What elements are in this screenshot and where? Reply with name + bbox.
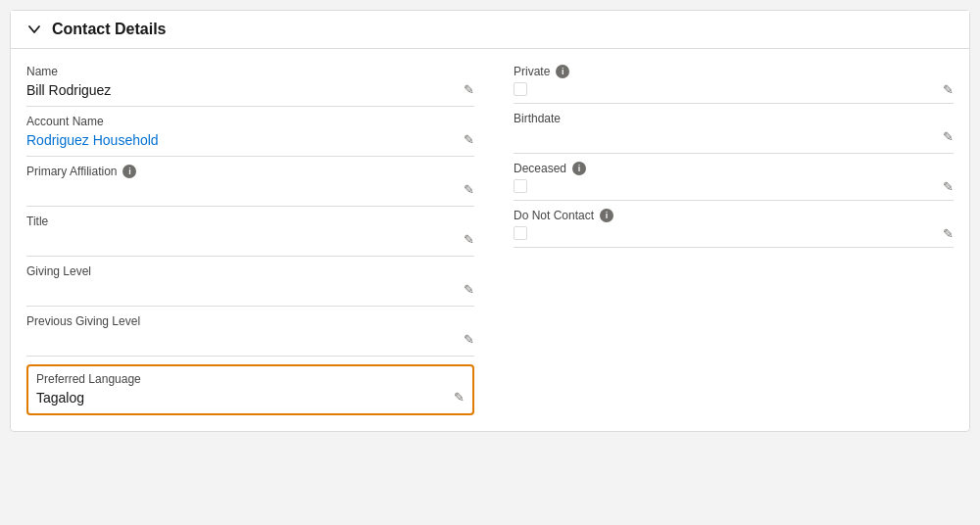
- account-name-field-row: Account Name Rodriguez Household ✎: [26, 115, 474, 157]
- do-not-contact-checkbox-wrapper: [514, 226, 937, 240]
- birthdate-field-row: Birthdate ✎: [514, 112, 954, 154]
- title-field-row: Title ✎: [26, 215, 474, 257]
- giving-level-field-row: Giving Level ✎: [26, 264, 474, 307]
- name-edit-icon[interactable]: ✎: [464, 82, 474, 97]
- chevron-down-icon: [26, 22, 42, 37]
- preferred-language-edit-icon[interactable]: ✎: [454, 390, 465, 405]
- previous-giving-level-label: Previous Giving Level: [26, 314, 458, 328]
- deceased-checkbox[interactable]: [514, 179, 527, 193]
- section-title: Contact Details: [52, 21, 166, 38]
- giving-level-value: [26, 280, 458, 300]
- account-name-field-content: Account Name Rodriguez Household: [26, 115, 458, 150]
- giving-level-edit-icon[interactable]: ✎: [464, 282, 474, 297]
- private-field-content: Private i: [514, 65, 937, 96]
- preferred-language-label: Preferred Language: [36, 372, 448, 386]
- do-not-contact-field-content: Do Not Contact i: [514, 209, 937, 240]
- preferred-language-value: Tagalog: [36, 388, 448, 407]
- preferred-language-field-row: Preferred Language Tagalog ✎: [26, 364, 474, 415]
- deceased-field-content: Deceased i: [514, 162, 937, 193]
- private-label: Private i: [514, 65, 937, 78]
- primary-affiliation-edit-icon[interactable]: ✎: [464, 182, 474, 197]
- left-column: Name Bill Rodriguez ✎ Account Name Rodri…: [26, 57, 490, 415]
- primary-affiliation-field-content: Primary Affiliation i: [26, 165, 458, 200]
- previous-giving-level-field-row: Previous Giving Level ✎: [26, 314, 474, 357]
- deceased-edit-icon[interactable]: ✎: [943, 179, 954, 194]
- title-label: Title: [26, 215, 458, 228]
- primary-affiliation-value: [26, 180, 458, 200]
- name-field-content: Name Bill Rodriguez: [26, 65, 458, 100]
- preferred-language-field-content: Preferred Language Tagalog: [36, 372, 448, 407]
- birthdate-value: [514, 127, 937, 147]
- deceased-info-icon[interactable]: i: [572, 162, 586, 175]
- previous-giving-level-edit-icon[interactable]: ✎: [464, 332, 474, 347]
- do-not-contact-label: Do Not Contact i: [514, 209, 937, 222]
- primary-affiliation-field-row: Primary Affiliation i ✎: [26, 165, 474, 207]
- name-value: Bill Rodriguez: [26, 80, 458, 100]
- name-label: Name: [26, 65, 458, 78]
- deceased-label: Deceased i: [514, 162, 937, 175]
- title-field-content: Title: [26, 215, 458, 250]
- title-edit-icon[interactable]: ✎: [464, 232, 474, 247]
- right-column: Private i ✎ Birthdate ✎: [490, 57, 954, 415]
- birthdate-edit-icon[interactable]: ✎: [943, 129, 954, 144]
- private-checkbox-wrapper: [514, 82, 937, 96]
- private-field-row: Private i ✎: [514, 65, 954, 104]
- giving-level-field-content: Giving Level: [26, 264, 458, 300]
- card-header: Contact Details: [11, 11, 969, 49]
- deceased-field-row: Deceased i ✎: [514, 162, 954, 201]
- private-checkbox[interactable]: [514, 82, 527, 96]
- contact-details-card: Contact Details Name Bill Rodriguez ✎ Ac…: [10, 10, 970, 432]
- giving-level-label: Giving Level: [26, 264, 458, 278]
- primary-affiliation-label: Primary Affiliation i: [26, 165, 458, 178]
- private-edit-icon[interactable]: ✎: [943, 82, 954, 97]
- do-not-contact-info-icon[interactable]: i: [600, 209, 613, 222]
- do-not-contact-checkbox[interactable]: [514, 226, 527, 240]
- name-field-row: Name Bill Rodriguez ✎: [26, 65, 474, 107]
- previous-giving-level-value: [26, 330, 458, 350]
- private-info-icon[interactable]: i: [556, 65, 569, 78]
- title-value: [26, 230, 458, 250]
- do-not-contact-edit-icon[interactable]: ✎: [943, 226, 954, 241]
- account-name-label: Account Name: [26, 115, 458, 128]
- birthdate-field-content: Birthdate: [514, 112, 937, 147]
- deceased-checkbox-wrapper: [514, 179, 937, 193]
- do-not-contact-field-row: Do Not Contact i ✎: [514, 209, 954, 248]
- account-name-edit-icon[interactable]: ✎: [464, 132, 474, 147]
- card-body: Name Bill Rodriguez ✎ Account Name Rodri…: [11, 49, 969, 431]
- primary-affiliation-info-icon[interactable]: i: [122, 165, 136, 178]
- account-name-value[interactable]: Rodriguez Household: [26, 130, 458, 150]
- previous-giving-level-field-content: Previous Giving Level: [26, 314, 458, 350]
- birthdate-label: Birthdate: [514, 112, 937, 125]
